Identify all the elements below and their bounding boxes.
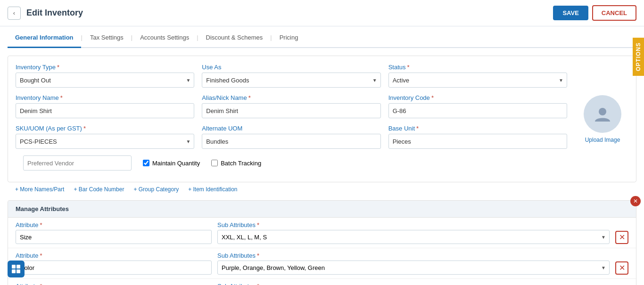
attribute-row-3: Attribute * Sub Attributes * Solid ✕ [8, 279, 636, 285]
more-names-part-link[interactable]: + More Names/Part [15, 186, 64, 193]
alias-nick-name-group: Alias/Nick Name * [202, 94, 380, 118]
form-fields: Inventory Type * Bought Out Manufactured… [16, 64, 567, 174]
tab-tax-settings[interactable]: Tax Settings [83, 28, 131, 48]
inventory-code-input[interactable] [388, 103, 567, 118]
inventory-name-label: Inventory Name * [16, 94, 194, 101]
use-as-select-wrapper: Finished Goods Raw Material Semi-Finishe… [202, 73, 380, 88]
inventory-name-group: Inventory Name * [16, 94, 194, 118]
add-links: + More Names/Part + Bar Code Number + Gr… [15, 186, 629, 193]
group-category-link[interactable]: + Group Category [133, 186, 179, 193]
attribute-1-label: Attribute * [16, 221, 212, 228]
sub-attribute-1-label: Sub Attributes * [217, 221, 610, 228]
sub-attribute-1-select[interactable]: XXL, XL, L, M, S [217, 230, 610, 244]
inventory-type-group: Inventory Type * Bought Out Manufactured… [16, 64, 194, 88]
manage-attributes-section: ✕ Manage Attributes Attribute * Sub Attr… [8, 200, 636, 285]
use-as-group: Use As Finished Goods Raw Material Semi-… [202, 64, 380, 88]
attribute-1-input[interactable] [16, 230, 212, 244]
remove-attribute-1-button[interactable]: ✕ [615, 231, 628, 244]
form-section: Inventory Type * Bought Out Manufactured… [8, 56, 636, 182]
maintain-quantity-checkbox[interactable] [143, 160, 149, 166]
batch-tracking-checkbox[interactable] [211, 160, 218, 166]
alias-nick-name-label: Alias/Nick Name * [202, 94, 380, 101]
inventory-type-select-wrapper: Bought Out Manufactured Service [16, 73, 194, 88]
sub-attribute-1-select-wrapper: XXL, XL, L, M, S [217, 230, 610, 244]
save-button[interactable]: SAVE [553, 6, 588, 20]
item-identification-link[interactable]: + Item Identification [188, 186, 237, 193]
attribute-2-group: Attribute * [16, 252, 212, 275]
sku-uom-select-wrapper: PCS-PIECES KGS-KILOGRAMS LTR-LITERS [16, 134, 194, 149]
manage-attributes-header: Manage Attributes [8, 201, 636, 218]
inventory-code-group: Inventory Code * [388, 94, 567, 118]
use-as-select[interactable]: Finished Goods Raw Material Semi-Finishe… [202, 73, 380, 88]
sub-attribute-2-group: Sub Attributes * Purple, Orange, Brown, … [217, 252, 610, 275]
sub-attribute-3-group: Sub Attributes * Solid [217, 283, 610, 285]
sub-attribute-1-group: Sub Attributes * XXL, XL, L, M, S [217, 221, 610, 244]
vendor-row: Maintain Quantity Batch Tracking [23, 155, 560, 171]
sub-attribute-2-select-wrapper: Purple, Orange, Brown, Yellow, Green [217, 261, 610, 275]
maintain-quantity-group: Maintain Quantity [143, 160, 200, 167]
cancel-button[interactable]: CANCEL [592, 5, 636, 21]
base-unit-group: Base Unit * [388, 125, 567, 149]
inventory-name-input[interactable] [16, 103, 194, 118]
sub-attribute-2-select[interactable]: Purple, Orange, Brown, Yellow, Green [217, 261, 610, 275]
inventory-type-select[interactable]: Bought Out Manufactured Service [16, 73, 194, 88]
inventory-type-label: Inventory Type * [16, 64, 194, 71]
bottom-icon-button[interactable] [8, 261, 25, 277]
attribute-row-2: Attribute * Sub Attributes * Purple, Ora… [8, 248, 636, 279]
top-bar: ‹ Edit Inventory SAVE CANCEL [0, 0, 644, 26]
remove-attribute-2-button[interactable]: ✕ [615, 261, 628, 275]
form-row-2: Inventory Name * Alias/Nick Name * Inven… [16, 94, 567, 118]
base-unit-label: Base Unit * [388, 125, 567, 132]
image-upload-area: Upload Image [577, 64, 628, 174]
close-manage-attributes-button[interactable]: ✕ [630, 196, 641, 206]
bar-code-number-link[interactable]: + Bar Code Number [74, 186, 124, 193]
svg-point-0 [599, 108, 606, 115]
back-button[interactable]: ‹ [8, 7, 21, 20]
batch-tracking-label: Batch Tracking [221, 160, 261, 167]
tab-pricing[interactable]: Pricing [272, 28, 306, 48]
inventory-code-label: Inventory Code * [388, 94, 567, 101]
base-unit-input[interactable] [388, 134, 567, 149]
sku-uom-select[interactable]: PCS-PIECES KGS-KILOGRAMS LTR-LITERS [16, 134, 194, 149]
status-group: Status * Active Inactive [388, 64, 567, 88]
form-row-1: Inventory Type * Bought Out Manufactured… [16, 64, 567, 88]
tab-general-information[interactable]: General Information [8, 28, 81, 48]
alternate-uom-group: Alternate UOM [202, 125, 380, 149]
options-sidebar[interactable]: OPTIONS [633, 38, 644, 76]
attribute-row-1: Attribute * Sub Attributes * XXL, XL, L,… [8, 218, 636, 248]
status-select[interactable]: Active Inactive [388, 73, 567, 88]
status-select-wrapper: Active Inactive [388, 73, 567, 88]
attribute-2-input[interactable] [16, 261, 212, 275]
tab-accounts-settings[interactable]: Accounts Settings [132, 28, 197, 48]
alternate-uom-label: Alternate UOM [202, 125, 380, 132]
preferred-vendor-input[interactable] [23, 155, 132, 171]
use-as-label: Use As [202, 64, 380, 71]
sku-uom-group: SKU/UOM (As per GST) * PCS-PIECES KGS-KI… [16, 125, 194, 149]
grid-icon [12, 265, 20, 273]
sub-attribute-3-label: Sub Attributes * [217, 283, 610, 285]
attribute-1-group: Attribute * [16, 221, 212, 244]
alternate-uom-input[interactable] [202, 134, 380, 149]
batch-tracking-group: Batch Tracking [211, 160, 261, 167]
status-label: Status * [388, 64, 567, 71]
page-title: Edit Inventory [26, 8, 553, 18]
back-icon: ‹ [13, 9, 15, 16]
main-content: General Information | Tax Settings | Acc… [0, 26, 644, 285]
tab-discount-schemes[interactable]: Discount & Schemes [198, 28, 271, 48]
form-row-3: SKU/UOM (As per GST) * PCS-PIECES KGS-KI… [16, 125, 567, 149]
sub-attribute-2-label: Sub Attributes * [217, 252, 610, 259]
alias-nick-name-input[interactable] [202, 103, 380, 118]
maintain-quantity-label: Maintain Quantity [152, 160, 200, 167]
attribute-3-label: Attribute * [16, 283, 212, 285]
upload-image-label[interactable]: Upload Image [585, 137, 620, 143]
tabs-container: General Information | Tax Settings | Acc… [8, 26, 636, 48]
avatar [584, 95, 621, 133]
attribute-2-label: Attribute * [16, 252, 212, 259]
attribute-3-group: Attribute * [16, 283, 212, 285]
sku-uom-label: SKU/UOM (As per GST) * [16, 125, 194, 132]
